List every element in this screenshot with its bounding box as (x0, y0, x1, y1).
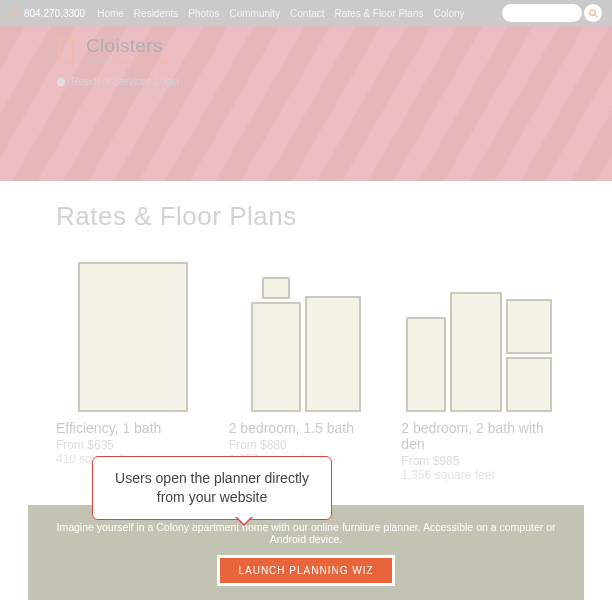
banner-text: Imagine yourself in a Colony apartment h… (48, 521, 564, 545)
svg-line-1 (594, 14, 597, 17)
plan-price: From $635 (56, 438, 211, 452)
plan-name: 2 bedroom, 1.5 bath (229, 420, 384, 436)
plan-card[interactable]: 2 bedroom, 1.5 bath From $880 1,056 squa… (229, 252, 384, 482)
page-title: Rates & Floor Plans (56, 201, 556, 232)
nav-contact[interactable]: Contact (290, 8, 324, 19)
lock-icon (56, 77, 66, 87)
launch-planner-button[interactable]: LAUNCH PLANNING WIZ (217, 555, 394, 586)
resident-login-link[interactable]: Resident Services Login (56, 76, 179, 87)
plan-card[interactable]: Efficiency, 1 bath From $635 410 square … (56, 252, 211, 482)
search-icon (588, 8, 599, 19)
nav-rates[interactable]: Rates & Floor Plans (335, 8, 424, 19)
plan-price: From $985 (401, 454, 556, 468)
floorplan-image (56, 252, 211, 412)
svg-point-0 (589, 9, 595, 15)
svg-point-2 (68, 50, 70, 52)
main-content: Rates & Floor Plans Efficiency, 1 bath F… (0, 181, 612, 482)
nav-residents[interactable]: Residents (134, 8, 178, 19)
brand-title: Cloisters (86, 36, 172, 55)
brand-logo-block[interactable]: Cloisters Colony. Welcome home. (56, 36, 172, 66)
search-container (502, 4, 602, 22)
phone-text: 804.270.3300 (24, 8, 85, 19)
svg-point-3 (57, 77, 65, 85)
nav-home[interactable]: Home (97, 8, 124, 19)
nav-photos[interactable]: Photos (188, 8, 219, 19)
main-nav: Home Residents Photos Community Contact … (97, 8, 464, 19)
floorplan-image (229, 252, 384, 412)
plan-name: 2 bedroom, 2 bath with den (401, 420, 556, 452)
hero-banner: Cloisters Colony. Welcome home. Resident… (0, 26, 612, 181)
brand-subtitle: Colony. Welcome home. (86, 58, 172, 66)
plan-sqft: 1,356 square feet (401, 468, 556, 482)
phone-icon: ✆ (10, 6, 20, 20)
nav-colony[interactable]: Colony (433, 8, 464, 19)
tooltip-callout: Users open the planner directly from you… (92, 456, 332, 520)
top-navigation-bar: ✆ 804.270.3300 Home Residents Photos Com… (0, 0, 612, 26)
phone-number[interactable]: ✆ 804.270.3300 (10, 6, 85, 20)
nav-community[interactable]: Community (229, 8, 280, 19)
plan-card[interactable]: 2 bedroom, 2 bath with den From $985 1,3… (401, 252, 556, 482)
search-input[interactable] (502, 4, 582, 22)
door-logo-icon (56, 38, 78, 64)
plan-name: Efficiency, 1 bath (56, 420, 211, 436)
floor-plans-grid: Efficiency, 1 bath From $635 410 square … (56, 252, 556, 482)
search-button[interactable] (584, 4, 602, 22)
floorplan-image (401, 252, 556, 412)
plan-price: From $880 (229, 438, 384, 452)
